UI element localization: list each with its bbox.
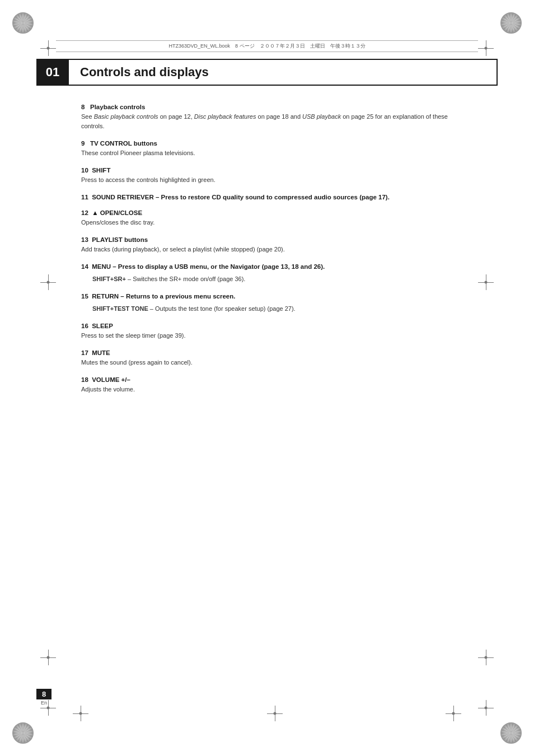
crosshair-mid-right2	[478, 650, 494, 665]
section-9-heading: 9 TV CONTROL buttons	[81, 140, 453, 147]
content-area: 8 Playback controls See Basic playback c…	[81, 104, 453, 404]
crosshair-bot-center	[267, 706, 283, 721]
crosshair-bot-left	[73, 706, 88, 721]
section-18-heading: 18 VOLUME +/–	[81, 376, 453, 383]
chapter-title: Controls and displays	[80, 65, 209, 80]
chapter-header: 01 Controls and displays	[36, 59, 498, 86]
section-12: 12 ▲ OPEN/CLOSE Opens/closes the disc tr…	[81, 209, 453, 227]
corner-gear-bl	[12, 722, 34, 744]
crosshair-mid-left	[40, 274, 56, 290]
file-info-bar: HTZ363DVD_EN_WL.book 8 ページ ２００７年２月３日 土曜日…	[56, 40, 478, 52]
section-14-sub: SHIFT+SR+ – Switches the SR+ mode on/off…	[92, 274, 453, 284]
section-15-heading: 15 RETURN – Returns to a previous menu s…	[81, 293, 453, 300]
section-12-body: Opens/closes the disc tray.	[81, 218, 453, 227]
crosshair-tr	[478, 40, 494, 56]
section-14: 14 MENU – Press to display a USB menu, o…	[81, 263, 453, 284]
chapter-number: 01	[36, 59, 69, 86]
section-10-heading: 10 SHIFT	[81, 167, 453, 174]
page-number-area: 8 En	[36, 689, 51, 706]
section-8: 8 Playback controls See Basic playback c…	[81, 104, 453, 131]
section-13: 13 PLAYLIST buttons Add tracks (during p…	[81, 236, 453, 254]
section-16: 16 SLEEP Press to set the sleep timer (p…	[81, 323, 453, 340]
crosshair-br	[478, 700, 494, 716]
file-info-text: HTZ363DVD_EN_WL.book 8 ページ ２００７年２月３日 土曜日…	[168, 43, 365, 49]
section-16-body: Press to set the sleep timer (page 39).	[81, 331, 453, 340]
crosshair-tl	[40, 40, 56, 56]
crosshair-bot-right	[446, 706, 461, 721]
section-17-heading: 17 MUTE	[81, 349, 453, 356]
section-8-heading: 8 Playback controls	[81, 104, 453, 110]
section-17-body: Mutes the sound (press again to cancel).	[81, 358, 453, 367]
section-11-heading: 11 SOUND RETRIEVER – Press to restore CD…	[81, 194, 453, 200]
crosshair-mid-right	[478, 274, 494, 290]
section-16-heading: 16 SLEEP	[81, 323, 453, 329]
section-14-heading: 14 MENU – Press to display a USB menu, o…	[81, 263, 453, 270]
page-lang: En	[36, 700, 51, 706]
corner-gear-tr	[500, 12, 522, 34]
corner-gear-tl	[12, 12, 34, 34]
section-9: 9 TV CONTROL buttons These control Pione…	[81, 140, 453, 158]
section-17: 17 MUTE Mutes the sound (press again to …	[81, 349, 453, 367]
section-13-body: Add tracks (during playback), or select …	[81, 245, 453, 254]
chapter-title-box: Controls and displays	[69, 59, 498, 86]
section-10-body: Press to access the controls highlighted…	[81, 175, 453, 185]
section-15-sub: SHIFT+TEST TONE – Outputs the test tone …	[92, 304, 453, 314]
section-15: 15 RETURN – Returns to a previous menu s…	[81, 293, 453, 314]
section-12-heading: 12 ▲ OPEN/CLOSE	[81, 209, 453, 216]
section-11: 11 SOUND RETRIEVER – Press to restore CD…	[81, 194, 453, 200]
page-number: 8	[36, 689, 51, 699]
crosshair-mid-left2	[40, 650, 56, 665]
section-8-body: See Basic playback controls on page 12, …	[81, 112, 453, 131]
section-18: 18 VOLUME +/– Adjusts the volume.	[81, 376, 453, 394]
section-9-body: These control Pioneer plasma televisions…	[81, 148, 453, 158]
section-13-heading: 13 PLAYLIST buttons	[81, 236, 453, 243]
corner-gear-br	[500, 722, 522, 744]
section-18-body: Adjusts the volume.	[81, 385, 453, 394]
section-10: 10 SHIFT Press to access the controls hi…	[81, 167, 453, 185]
